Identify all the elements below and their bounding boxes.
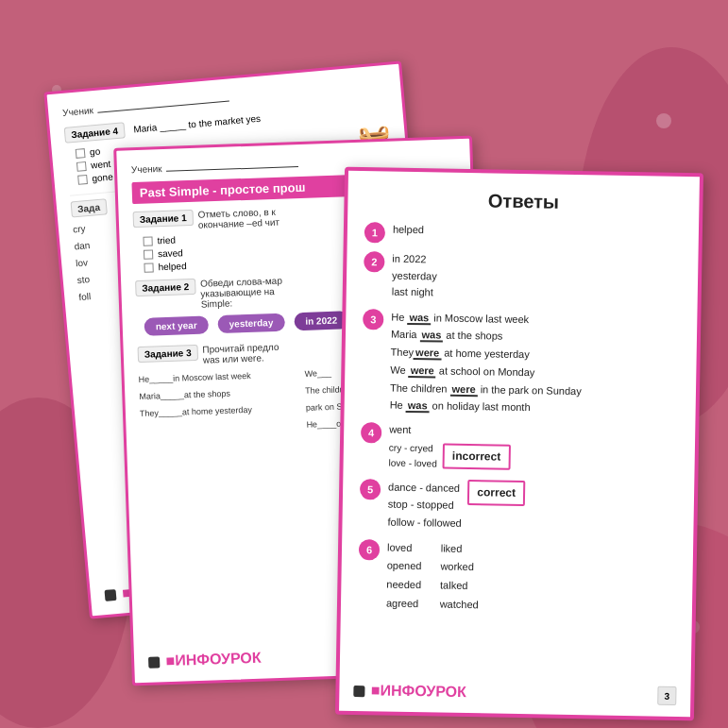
answer-content-2: in 2022 yesterday last night xyxy=(392,251,682,306)
logo-bar-front: ■ИНФОУРОК 3 xyxy=(353,681,676,705)
cards-container: Ученик Задание 4 Maria _____ to the mark… xyxy=(47,47,689,689)
checkbox-went xyxy=(76,161,87,172)
zadanie4-text: Maria _____ to the market yes xyxy=(133,113,262,135)
logo-text-mid: ■ИНФОУРОК xyxy=(165,650,262,669)
answer-num-6: 6 xyxy=(359,539,380,560)
ans3-6: He was on holiday last month xyxy=(390,397,679,419)
zadanie2-text-mid: Обведи слова-маруказывающие на Simple: xyxy=(200,276,283,310)
zadanie1-badge-mid: Задание 1 xyxy=(133,210,194,228)
zadanie4-badge: Задание 4 xyxy=(64,122,126,143)
ans4-prefix: cry - cryedlove - loved xyxy=(388,440,437,471)
answer-num-1: 1 xyxy=(364,222,385,243)
answer-6: 6 loved opened needed agreed liked worke… xyxy=(358,538,676,618)
zadanie5-label-back: Зада xyxy=(71,198,108,217)
answer-5: 5 dance - danced stop - stopped follow -… xyxy=(359,478,677,536)
ans5-line2: stop - stopped xyxy=(388,496,463,515)
page-num-front: 3 xyxy=(657,686,676,705)
answer-content-4: went cry - cryedlove - loved incorrect xyxy=(388,422,678,476)
answers-title: Ответы xyxy=(364,188,682,215)
zadanie3-badge-mid: Задание 3 xyxy=(138,345,198,363)
answer1-text: helped xyxy=(393,224,424,236)
answer-1: 1 helped xyxy=(364,221,682,248)
was-1: was xyxy=(407,312,431,325)
were-1: were xyxy=(414,347,441,361)
answer-3: 3 He was in Moscow last week Maria was a… xyxy=(362,308,681,419)
answer-num-2: 2 xyxy=(364,251,384,272)
ans6-col2: liked worked talked watched xyxy=(440,539,480,615)
pill-nextyear: next year xyxy=(144,315,209,335)
ans5-line1: dance - danced xyxy=(388,478,463,497)
was-3: was xyxy=(406,399,430,413)
logo-text-front: ■ИНФОУРОК xyxy=(371,682,466,700)
logo-front: ■ИНФОУРОК xyxy=(353,682,466,701)
ans6-col1: loved opened needed agreed xyxy=(386,538,422,614)
ans6-loved: loved xyxy=(387,538,422,557)
pill-yesterday: yesterday xyxy=(217,313,284,333)
ans6-liked: liked xyxy=(441,539,480,559)
incorrect-badge: incorrect xyxy=(443,443,511,469)
answer-content-5: dance - danced stop - stopped follow - f… xyxy=(387,478,677,535)
answer-num-5: 5 xyxy=(360,479,381,499)
student-label-back: Ученик xyxy=(62,105,93,118)
logo-icon-front xyxy=(353,686,364,697)
ans5-lines: dance - danced stop - stopped follow - f… xyxy=(387,478,462,532)
zadanie3-text-mid: Прочитай предлоwas или were. xyxy=(202,342,279,365)
logo-icon-back xyxy=(105,589,117,601)
answer-content-3: He was in Moscow last week Maria was at … xyxy=(390,308,681,418)
answer-content-1: helped xyxy=(393,222,682,244)
pill-in2022: in 2022 xyxy=(294,311,349,330)
ans4-badge-line: cry - cryedlove - loved incorrect xyxy=(388,440,678,475)
ans6-talked: talked xyxy=(440,577,479,597)
ans5-line3: follow - followed xyxy=(387,513,462,532)
ans6-worked: worked xyxy=(440,558,479,578)
checkbox-gone xyxy=(77,174,88,184)
were-2: were xyxy=(409,364,436,379)
was-2: was xyxy=(419,330,443,343)
card-front: Ответы 1 helped 2 in 2022 yesterday last… xyxy=(335,167,703,721)
answer-2: 2 in 2022 yesterday last night xyxy=(364,250,682,306)
logo-mid: ■ИНФОУРОК xyxy=(148,650,262,670)
were-3: were xyxy=(449,382,477,397)
correct-badge: correct xyxy=(467,480,525,506)
answer-4: 4 went cry - cryedlove - loved incorrect xyxy=(360,421,678,475)
logo-icon-mid xyxy=(148,656,160,668)
ans6-agreed: agreed xyxy=(386,595,421,614)
ans6-needed: needed xyxy=(386,576,421,595)
ans5-badge-line: dance - danced stop - stopped follow - f… xyxy=(387,478,677,535)
zadanie2-badge-mid: Задание 2 xyxy=(135,279,195,296)
sentences-left: He_____in Moscow last week Maria_____at … xyxy=(138,365,298,439)
zadanie1-text-mid: Отметь слово, в кокончание –ed чит xyxy=(197,207,279,230)
answer-num-4: 4 xyxy=(361,422,381,443)
student-label-mid: Ученик xyxy=(131,163,162,175)
answer-num-3: 3 xyxy=(363,309,383,330)
checkbox-go xyxy=(76,148,86,159)
answer-content-6: loved opened needed agreed liked worked … xyxy=(386,538,676,618)
ans6-watched: watched xyxy=(440,596,479,616)
ans6-opened: opened xyxy=(387,557,422,576)
